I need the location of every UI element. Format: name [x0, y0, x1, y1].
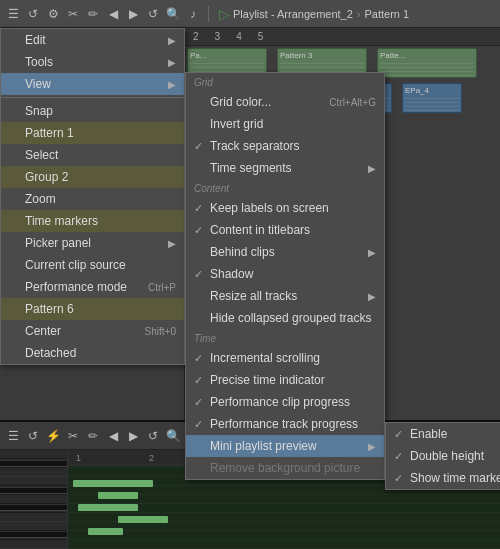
menu-item-zoom[interactable]: Zoom — [1, 188, 184, 210]
menu-item-pattern1[interactable]: Pattern 1 — [1, 122, 184, 144]
menu-item-snap[interactable]: Snap — [1, 100, 184, 122]
menu-item-remove-bg[interactable]: Remove background picture — [186, 457, 384, 479]
menu-label-content-titlebars: Content in titlebars — [210, 223, 310, 237]
piano-key-2[interactable] — [0, 467, 67, 478]
menu-item-picker-panel[interactable]: Picker panel ▶ — [1, 232, 184, 254]
piano-key-7[interactable] — [0, 538, 67, 549]
note-block-5[interactable] — [88, 528, 123, 535]
pr-tool3-icon[interactable]: ✏ — [85, 428, 101, 444]
menu-item-grid-color[interactable]: Grid color... Ctrl+Alt+G — [186, 91, 384, 113]
pr-loop-icon[interactable]: ↺ — [145, 428, 161, 444]
pr-left-icon[interactable]: ◀ — [105, 428, 121, 444]
menu-label-time-seg: Time segments — [210, 161, 292, 175]
menu-label-grid-color: Grid color... — [210, 95, 271, 109]
magnet-icon[interactable]: ✂ — [65, 6, 81, 22]
menu-item-tools[interactable]: Tools ▶ — [1, 51, 184, 73]
pr-menu-icon[interactable]: ☰ — [5, 428, 21, 444]
arrow-view: ▶ — [168, 79, 176, 90]
pencil-icon[interactable]: ✏ — [85, 6, 101, 22]
note-block-2[interactable] — [98, 492, 138, 499]
pr-tool1-icon[interactable]: ⚡ — [45, 428, 61, 444]
menu-item-select[interactable]: Select — [1, 144, 184, 166]
menu-item-invert-grid[interactable]: Invert grid — [186, 113, 384, 135]
menu-label-shadow: Shadow — [210, 267, 253, 281]
toolbar-icons: ☰ ↺ ⚙ ✂ ✏ ◀ ▶ ↺ 🔍 ♪ ▷ — [4, 6, 233, 22]
pr-tool2-icon[interactable]: ✂ — [65, 428, 81, 444]
menu-item-pat6[interactable]: Pattern 6 — [1, 298, 184, 320]
menu-item-current-clip[interactable]: Current clip source — [1, 254, 184, 276]
check-enable: ✓ — [394, 428, 408, 441]
arrow-time-seg: ▶ — [368, 163, 376, 174]
menu-item-incremental[interactable]: ✓ Incremental scrolling — [186, 347, 384, 369]
menu-item-precise-time[interactable]: ✓ Precise time indicator — [186, 369, 384, 391]
arrow-left-icon[interactable]: ◀ — [105, 6, 121, 22]
note-block-3[interactable] — [78, 504, 138, 511]
menu-label-perf-mode: Performance mode — [25, 280, 127, 294]
arrow-picker: ▶ — [168, 238, 176, 249]
menu-item-show-time-markers[interactable]: ✓ Show time markers — [386, 467, 500, 489]
pr-right-icon[interactable]: ▶ — [125, 428, 141, 444]
menu-item-behind-clips[interactable]: Behind clips ▶ — [186, 241, 384, 263]
menu-label-incremental: Incremental scrolling — [210, 351, 320, 365]
zoom-icon[interactable]: 🔍 — [165, 6, 181, 22]
view-menu-left: Edit ▶ Tools ▶ View ▶ Snap — [0, 28, 185, 365]
menu-label-pat6: Pattern 6 — [25, 302, 74, 316]
menu-item-perf-mode[interactable]: Performance mode Ctrl+P — [1, 276, 184, 298]
piano-key-5[interactable] — [0, 511, 67, 522]
arrow-tools: ▶ — [168, 57, 176, 68]
pr-zoom-icon[interactable]: 🔍 — [165, 428, 181, 444]
menu-label-center: Center — [25, 324, 61, 338]
menu-item-group2[interactable]: Group 2 — [1, 166, 184, 188]
menu-item-view[interactable]: View ▶ — [1, 73, 184, 95]
check-ptp: ✓ — [194, 418, 208, 431]
menu-item-hide-collapsed[interactable]: Hide collapsed grouped tracks — [186, 307, 384, 329]
note-block-1[interactable] — [73, 480, 153, 487]
play-icon[interactable]: ▷ — [216, 6, 232, 22]
breadcrumb-playlist[interactable]: Playlist - Arrangement_2 — [233, 8, 353, 20]
menu-label-mini-preview: Mini playlist preview — [210, 439, 317, 453]
shortcut-center: Shift+0 — [145, 326, 176, 337]
piano-key-4[interactable] — [0, 494, 67, 505]
menu-item-content-titlebars[interactable]: ✓ Content in titlebars — [186, 219, 384, 241]
loop-icon[interactable]: ↺ — [145, 6, 161, 22]
pattern-ruler: 2 3 4 5 — [185, 28, 500, 46]
menu-label-precise-time: Precise time indicator — [210, 373, 325, 387]
menu-label-enable: Enable — [410, 427, 447, 441]
ruler-mark-2: 2 — [185, 31, 207, 42]
menu-item-double-height[interactable]: ✓ Double height — [386, 445, 500, 467]
menu-item-resize-tracks[interactable]: Resize all tracks ▶ — [186, 285, 384, 307]
menu-item-mini-preview[interactable]: Mini playlist preview ▶ — [186, 435, 384, 457]
speaker-icon[interactable]: ♪ — [185, 6, 201, 22]
menu-label-double-height: Double height — [410, 449, 484, 463]
menu-item-perf-clip-progress[interactable]: ✓ Performance clip progress — [186, 391, 384, 413]
menu-item-center[interactable]: Center Shift+0 — [1, 320, 184, 342]
breadcrumb-pattern[interactable]: Pattern 1 — [365, 8, 410, 20]
breadcrumb-sep: › — [357, 8, 361, 20]
snap-icon[interactable]: ⚙ — [45, 6, 61, 22]
piano-key-6[interactable] — [0, 522, 67, 533]
sep-1 — [1, 97, 184, 98]
arrow-right-icon[interactable]: ▶ — [125, 6, 141, 22]
pattern-block-patt[interactable]: Patte... — [377, 48, 477, 78]
menu-item-edit[interactable]: Edit ▶ — [1, 29, 184, 51]
shortcut-grid-color: Ctrl+Alt+G — [329, 97, 376, 108]
piano-key-3[interactable] — [0, 477, 67, 488]
pattern-block-epa4b[interactable]: EPa_4 — [402, 83, 462, 113]
arrow-resize-tracks: ▶ — [368, 291, 376, 302]
menu-icon[interactable]: ☰ — [5, 6, 21, 22]
menu-item-track-sep[interactable]: ✓ Track separators — [186, 135, 384, 157]
shortcut-perf-mode: Ctrl+P — [148, 282, 176, 293]
pr-undo-icon[interactable]: ↺ — [25, 428, 41, 444]
menu-item-detached[interactable]: Detached — [1, 342, 184, 364]
menu-item-shadow[interactable]: ✓ Shadow — [186, 263, 384, 285]
daw-main-area: ☰ ↺ ⚙ ✂ ✏ ◀ ▶ ↺ 🔍 ♪ ▷ Playlist - Arrange… — [0, 0, 500, 420]
menu-item-enable[interactable]: ✓ Enable — [386, 423, 500, 445]
undo-icon[interactable]: ↺ — [25, 6, 41, 22]
piano-key[interactable] — [0, 450, 67, 461]
check-shadow: ✓ — [194, 268, 208, 281]
menu-item-time-seg[interactable]: Time segments ▶ — [186, 157, 384, 179]
menu-item-time-markers[interactable]: Time markers — [1, 210, 184, 232]
menu-item-perf-track-progress[interactable]: ✓ Performance track progress — [186, 413, 384, 435]
note-block-4[interactable] — [118, 516, 168, 523]
menu-item-keep-labels[interactable]: ✓ Keep labels on screen — [186, 197, 384, 219]
